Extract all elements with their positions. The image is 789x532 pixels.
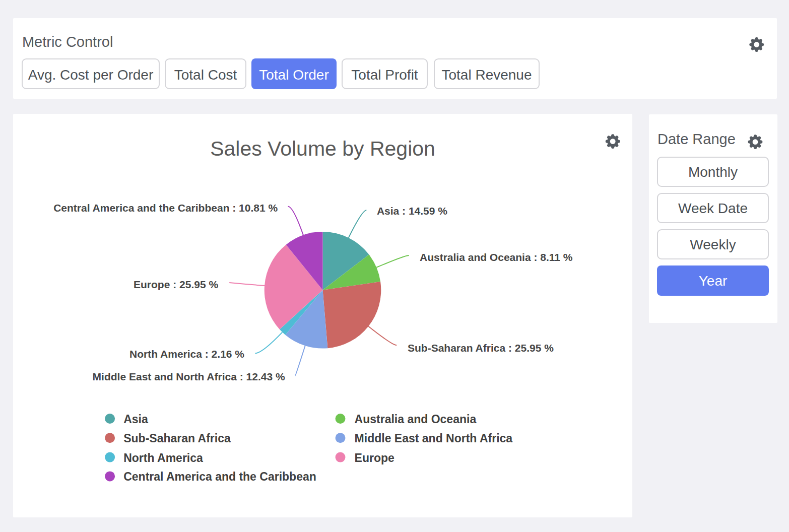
svg-text:Sub-Saharan Africa : 25.95 %: Sub-Saharan Africa : 25.95 % [408, 342, 554, 354]
svg-text:Australia and Oceania: Australia and Oceania [355, 413, 477, 426]
svg-text:Date Range: Date Range [658, 131, 736, 147]
svg-text:Sub-Saharan Africa: Sub-Saharan Africa [123, 432, 231, 445]
svg-text:Central America and the Caribb: Central America and the Caribbean [123, 470, 316, 483]
svg-text:Monthly: Monthly [688, 164, 738, 180]
svg-text:Europe : 25.95 %: Europe : 25.95 % [134, 279, 218, 290]
svg-text:Asia: Asia [123, 413, 148, 426]
svg-text:Total Profit: Total Profit [351, 67, 418, 83]
svg-text:Avg. Cost per Order: Avg. Cost per Order [28, 67, 153, 83]
svg-text:Middle East and North Africa: Middle East and North Africa [355, 432, 513, 445]
svg-text:Total Order: Total Order [259, 67, 329, 83]
svg-text:North America : 2.16 %: North America : 2.16 % [129, 348, 244, 360]
svg-text:Middle East and North Africa :: Middle East and North Africa : 12.43 % [93, 371, 285, 382]
svg-text:North America: North America [123, 451, 203, 464]
svg-text:Sales Volume by Region: Sales Volume by Region [210, 137, 435, 160]
svg-text:Europe: Europe [355, 451, 394, 464]
svg-text:Year: Year [699, 273, 728, 289]
svg-text:Australia and Oceania : 8.11 %: Australia and Oceania : 8.11 % [420, 251, 573, 263]
svg-text:Week Date: Week Date [678, 201, 748, 216]
svg-text:Asia : 14.59 %: Asia : 14.59 % [377, 205, 447, 217]
svg-text:Total Cost: Total Cost [174, 67, 237, 83]
svg-text:Total Revenue: Total Revenue [441, 67, 532, 83]
svg-text:Metric Control: Metric Control [22, 34, 113, 50]
svg-text:Central America and the Caribb: Central America and the Caribbean : 10.8… [53, 202, 278, 214]
svg-text:Weekly: Weekly [690, 237, 736, 252]
